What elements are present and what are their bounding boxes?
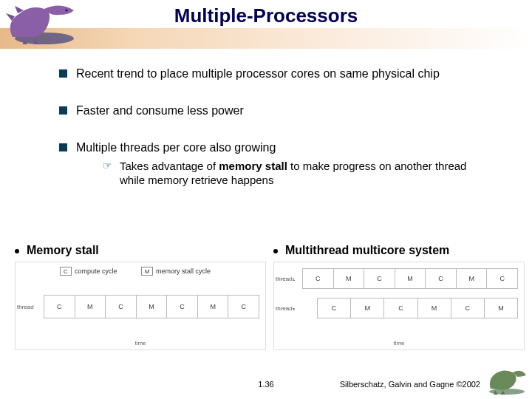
cell: C: [384, 299, 417, 318]
sub-strong: memory stall: [219, 160, 287, 172]
bullet-text: Recent trend to place multiple processor…: [76, 66, 440, 81]
timeline: C M C M C M C: [44, 295, 259, 318]
cell: M: [351, 299, 384, 318]
left-heading: Memory stall: [15, 244, 266, 257]
left-heading-text: Memory stall: [27, 244, 99, 256]
bullet-text: Multiple threads per core also growing: [76, 140, 488, 155]
sub-bullet: ☞ Takes advantage of memory stall to mak…: [103, 160, 488, 188]
dino-right-icon: [486, 365, 529, 396]
cell: M: [418, 299, 451, 318]
timeline-1: C M C M C M C: [302, 268, 518, 289]
timeline-2: C M C M C M: [317, 298, 518, 318]
cell: M: [334, 269, 365, 288]
cell: C: [228, 296, 259, 318]
time-axis: time: [16, 340, 265, 347]
cell: M: [395, 269, 426, 288]
bullet-item: Multiple threads per core also growing ☞…: [59, 140, 488, 188]
cell: M: [457, 269, 488, 288]
cell: C: [106, 296, 137, 318]
credit-text: Silberschatz, Galvin and Gagne ©2002: [340, 380, 480, 389]
cell: M: [485, 299, 517, 318]
bullet-text: Faster and consume less power: [76, 103, 244, 118]
thread2-label: thread₂: [276, 305, 295, 312]
cell: M: [137, 296, 168, 318]
bullet-square-icon: [59, 143, 67, 151]
legend-m-box: M: [141, 267, 153, 276]
disc-bullet-icon: [15, 249, 19, 253]
bullet-text-wrap: Multiple threads per core also growing ☞…: [76, 140, 488, 188]
right-heading-text: Multithread multicore system: [285, 244, 449, 256]
cell: C: [44, 296, 75, 318]
cell: C: [167, 296, 198, 318]
right-column: Multithread multicore system thread₁ C M…: [273, 244, 525, 350]
cell: C: [487, 269, 517, 288]
legend-c-box: C: [60, 267, 72, 276]
pointer-icon: ☞: [103, 160, 112, 188]
cell: M: [198, 296, 229, 318]
legend-c-label: compute cycle: [75, 267, 117, 275]
cell: C: [451, 299, 485, 318]
left-column: Memory stall C compute cycle M memory st…: [15, 244, 266, 350]
cell: C: [318, 299, 351, 318]
sub-bullet-text: Takes advantage of memory stall to make …: [120, 160, 488, 188]
sub-pre: Takes advantage of: [120, 160, 219, 172]
page-title: Multiple-Processors: [0, 4, 532, 27]
cell: C: [426, 269, 457, 288]
memory-stall-diagram: C compute cycle M memory stall cycle thr…: [15, 262, 266, 350]
legend-m-label: memory stall cycle: [156, 267, 211, 275]
bullet-square-icon: [59, 106, 67, 115]
disc-bullet-icon: [273, 249, 278, 253]
right-heading: Multithread multicore system: [273, 244, 525, 257]
multithread-diagram: thread₁ C M C M C M C thread₂ C M C M C …: [273, 262, 525, 350]
bullet-list: Recent trend to place multiple processor…: [59, 66, 488, 188]
legend-c: C compute cycle: [60, 267, 117, 276]
cell: M: [75, 296, 106, 318]
diagram-columns: Memory stall C compute cycle M memory st…: [15, 244, 525, 350]
page-number: 1.36: [258, 380, 273, 389]
cell: C: [364, 269, 395, 288]
time-axis: time: [274, 340, 524, 347]
legend-m: M memory stall cycle: [141, 267, 211, 276]
thread-label: thread: [17, 304, 34, 310]
cell: C: [303, 269, 334, 288]
thread1-label: thread₁: [276, 276, 295, 282]
bullet-item: Recent trend to place multiple processor…: [59, 66, 488, 81]
footer: 1.36 Silberschatz, Galvin and Gagne ©200…: [0, 380, 532, 395]
bullet-item: Faster and consume less power: [59, 103, 488, 118]
bullet-square-icon: [59, 69, 67, 78]
